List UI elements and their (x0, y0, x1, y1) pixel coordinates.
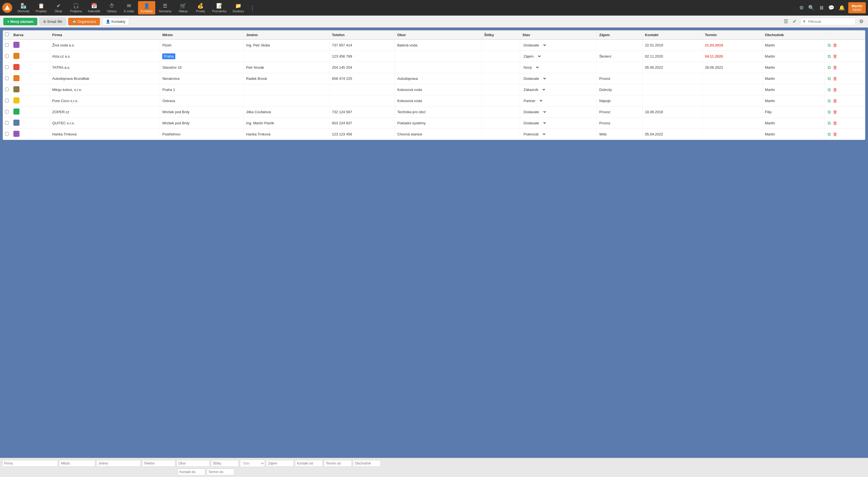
color-badge[interactable] (13, 97, 20, 103)
color-badge[interactable] (13, 42, 20, 48)
filter-kontakt-od-input[interactable] (295, 460, 323, 467)
cell-stav[interactable]: Dodavate (520, 73, 597, 84)
color-badge[interactable] (13, 75, 20, 81)
nav-item-projekty[interactable]: 📋 Projekty (33, 1, 50, 14)
stav-select[interactable]: Dodavate (522, 76, 547, 81)
column-settings-button[interactable]: ⚙ (858, 17, 865, 26)
header-firma[interactable]: Firma (50, 30, 160, 39)
stav-select[interactable]: Potenciál (522, 132, 546, 136)
logo[interactable] (2, 3, 12, 13)
filter-firma-input[interactable] (2, 460, 58, 467)
nav-item-ukoly[interactable]: ✔ Úkoly (50, 1, 67, 14)
row-checkbox[interactable] (5, 132, 9, 136)
header-obchodnik[interactable]: Obchodník (763, 30, 825, 39)
filter-obor-input[interactable] (177, 460, 210, 467)
nav-item-poznamky[interactable]: 📝 Poznámky (209, 1, 229, 14)
cell-stav[interactable]: Nový (520, 62, 597, 73)
nav-item-kalendar[interactable]: 📅 Kalendář (85, 1, 103, 14)
row-checkbox[interactable] (5, 65, 9, 69)
color-badge[interactable] (13, 120, 20, 126)
header-stitky[interactable]: Štítky (482, 30, 520, 39)
row-checkbox[interactable] (5, 54, 9, 58)
delete-button[interactable]: 🗑 (832, 120, 838, 126)
filter-termin-do-input[interactable] (207, 469, 234, 475)
nav-item-kontakty[interactable]: 👤 Kontakty (138, 1, 156, 14)
settings-icon[interactable]: ⚙ (798, 4, 805, 12)
copy-button[interactable]: ⧉ (827, 120, 831, 126)
header-termin[interactable]: Termín (703, 30, 763, 39)
header-stav[interactable]: Stav (520, 30, 597, 39)
filter-kontakt-do-input[interactable] (178, 469, 206, 475)
stav-select[interactable]: Zákazník (522, 87, 546, 92)
row-checkbox[interactable] (5, 121, 9, 125)
delete-button[interactable]: 🗑 (832, 131, 838, 137)
delete-button[interactable]: 🗑 (832, 87, 838, 93)
check-icon[interactable]: ✔ (792, 17, 798, 26)
screen-icon[interactable]: 🖥 (818, 4, 825, 12)
cell-stav[interactable]: Dodavate (520, 39, 597, 51)
cell-stav[interactable]: Dodavate (520, 118, 597, 129)
copy-button[interactable]: ⧉ (827, 87, 831, 93)
delete-button[interactable]: 🗑 (832, 76, 838, 82)
filter-jmeno-input[interactable] (96, 460, 141, 467)
filter-stav-select[interactable]: Stav (240, 460, 265, 467)
header-telefon[interactable]: Telefon (330, 30, 395, 39)
contacts-button[interactable]: 👤 Kontakty (102, 18, 129, 25)
nav-item-podpora[interactable]: 🎧 Podpora (67, 1, 85, 14)
cell-stav[interactable]: Zájem (520, 51, 597, 62)
color-badge[interactable] (13, 64, 20, 70)
row-checkbox[interactable] (5, 99, 9, 102)
delete-button[interactable]: 🗑 (832, 42, 838, 49)
header-checkbox[interactable] (3, 30, 11, 39)
row-checkbox[interactable] (5, 76, 9, 80)
delete-button[interactable]: 🗑 (832, 109, 838, 115)
nav-more-button[interactable]: ⋮ (247, 3, 257, 12)
clear-filter-button[interactable]: ⊘ Smaž filtr (39, 18, 66, 25)
row-checkbox[interactable] (5, 110, 9, 114)
copy-button[interactable]: ⧉ (827, 76, 831, 82)
color-badge[interactable] (13, 131, 20, 137)
nav-item-emaily[interactable]: ✉ E-maily (121, 1, 137, 14)
copy-button[interactable]: ⧉ (827, 54, 831, 60)
stav-select[interactable]: Dodavate (522, 109, 547, 114)
copy-button[interactable]: ⧉ (827, 131, 831, 137)
stav-select[interactable]: Nový (522, 65, 539, 70)
stav-select[interactable]: Zájem (522, 54, 541, 59)
header-obor[interactable]: Obor (395, 30, 482, 39)
filter-stitky-input[interactable] (211, 460, 239, 467)
header-zajem[interactable]: Zájem (597, 30, 643, 39)
nav-item-soubory[interactable]: 📁 Soubory (230, 1, 247, 14)
organization-button[interactable]: 🏠 Organizace (68, 18, 100, 25)
filter-telefon-input[interactable] (142, 460, 175, 467)
filter-input[interactable] (800, 18, 856, 25)
stav-select[interactable]: Dodavate (522, 121, 547, 125)
nav-item-nakup[interactable]: 🛒 Nákup (175, 1, 191, 14)
copy-button[interactable]: ⧉ (827, 98, 831, 104)
bell-icon[interactable]: 🔔 (838, 4, 846, 12)
filter-obchodnik-input[interactable] (353, 460, 381, 467)
nav-item-seznamy[interactable]: ☰ Seznamy (156, 1, 174, 14)
color-badge[interactable] (13, 53, 20, 59)
header-mesto[interactable]: Město (160, 30, 244, 39)
copy-button[interactable]: ⧉ (827, 42, 831, 49)
filter-termin-od-input[interactable] (324, 460, 352, 467)
nav-item-prodej[interactable]: 💰 Prodej (192, 1, 209, 14)
user-menu-button[interactable]: Martin DEMO (848, 2, 866, 13)
cell-stav[interactable]: Potenciál (520, 129, 597, 140)
cell-stav[interactable]: Zákazník (520, 84, 597, 95)
header-barva[interactable]: Barva (11, 30, 50, 39)
nav-item-obchody[interactable]: 🏪 Obchody (14, 1, 32, 14)
delete-button[interactable]: 🗑 (832, 65, 838, 71)
copy-button[interactable]: ⧉ (827, 109, 831, 115)
stav-select[interactable]: Dodavate (522, 43, 547, 47)
color-badge[interactable] (13, 86, 20, 92)
row-checkbox[interactable] (5, 43, 9, 47)
row-checkbox[interactable] (5, 88, 9, 91)
chat-icon[interactable]: 💬 (827, 4, 835, 12)
cell-stav[interactable]: Dodavate (520, 106, 597, 118)
list-view-button[interactable]: ☰ (782, 17, 789, 26)
cell-stav[interactable]: Partner (520, 95, 597, 106)
stav-select[interactable]: Partner (522, 98, 543, 103)
delete-button[interactable]: 🗑 (832, 98, 838, 104)
search-icon[interactable]: 🔍 (807, 4, 815, 12)
